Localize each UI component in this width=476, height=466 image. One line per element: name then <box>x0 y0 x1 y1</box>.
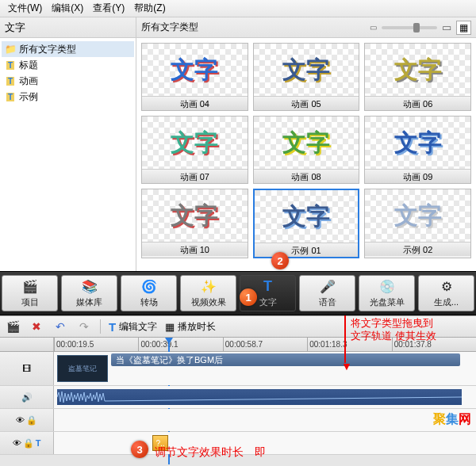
arrow-head-icon: ▼ <box>341 360 352 372</box>
zoom-in-icon[interactable]: ▭ <box>442 21 451 33</box>
separator <box>100 319 101 334</box>
duration-button[interactable]: ▦ 播放时长 <box>165 320 216 334</box>
preset-thumb[interactable]: 文字动画 09 <box>364 116 471 184</box>
zoom-out-icon[interactable]: ▭ <box>370 23 377 32</box>
zoom-control: ▭ ▭ ▦ <box>370 21 471 35</box>
hint-line-2: 文字轨道 使其生效 <box>351 330 436 342</box>
preset-thumb[interactable]: 文字动画 05 <box>253 43 360 111</box>
tool-项目[interactable]: 🎬项目 <box>2 275 58 311</box>
text-type-icon: T <box>5 75 16 86</box>
main-toolbar: 🎬项目📚媒体库🌀转场✨视频效果T文字🎤语音💿光盘菜单⚙生成... <box>0 271 476 315</box>
tool-生成...[interactable]: ⚙生成... <box>418 275 474 311</box>
tree-item-3[interactable]: T示例 <box>2 89 134 105</box>
duration-label: 播放时长 <box>178 320 216 334</box>
menu-view[interactable]: 查看(Y) <box>90 2 128 15</box>
tool-媒体库[interactable]: 📚媒体库 <box>61 275 117 311</box>
video-track: 🎞 盗墓笔记 当《盗墓笔记》换了BGM后 <box>0 352 476 386</box>
video-track-head: 🎞 <box>0 352 54 385</box>
preset-label: 示例 02 <box>365 242 470 256</box>
tool-label: 语音 <box>319 296 336 308</box>
tool-label: 文字 <box>259 296 277 308</box>
undo-icon[interactable]: ↶ <box>52 319 68 334</box>
lock-icon[interactable]: 🔒 <box>26 415 37 426</box>
watermark-char-2: 集 <box>446 412 459 426</box>
zoom-slider[interactable] <box>382 26 437 29</box>
tool-icon: 📚 <box>82 279 98 295</box>
tool-icon: 🎬 <box>22 279 38 295</box>
text-type-icon: T <box>5 91 16 102</box>
preset-panel: 所有文字类型 ▭ ▭ ▦ 文字动画 04文字动画 05文字动画 06文字动画 0… <box>136 17 476 271</box>
preset-preview: 文字 <box>365 44 470 96</box>
preset-thumb[interactable]: 文字动画 08 <box>253 116 360 184</box>
category-panel-title: 文字 <box>0 17 136 38</box>
film-icon: 🎞 <box>22 364 31 373</box>
ruler-tick: 00:00:19.5 <box>54 338 138 351</box>
preset-preview: 文字 <box>254 116 359 169</box>
edit-text-label: 编辑文字 <box>119 320 157 334</box>
tool-label: 视频效果 <box>191 296 226 308</box>
tool-label: 转场 <box>140 296 158 308</box>
overlay-track-body[interactable] <box>54 409 476 431</box>
preset-grid: 文字动画 04文字动画 05文字动画 06文字动画 07文字动画 08文字动画 … <box>141 43 471 258</box>
callout-badge-2: 2 <box>271 252 289 269</box>
tree-item-label: 所有文字类型 <box>19 43 76 56</box>
video-clip-thumb[interactable]: 盗墓笔记 <box>57 355 108 382</box>
tool-视频效果[interactable]: ✨视频效果 <box>180 275 236 311</box>
tool-icon: 🌀 <box>141 279 157 295</box>
tree-item-0[interactable]: 📁所有文字类型 <box>2 41 134 57</box>
preset-preview: 文字 <box>142 44 248 96</box>
preset-label: 动画 05 <box>254 96 359 110</box>
tool-icon: T <box>260 279 276 295</box>
view-mode-icon[interactable]: ▦ <box>456 21 471 35</box>
video-track-body[interactable]: 盗墓笔记 当《盗墓笔记》换了BGM后 <box>54 352 476 385</box>
menu-help[interactable]: 帮助(Z) <box>131 2 168 15</box>
tool-语音[interactable]: 🎤语音 <box>299 275 355 311</box>
ruler-tick: 00:00:58.7 <box>223 338 307 351</box>
preset-label: 动画 07 <box>142 169 248 183</box>
preset-thumb[interactable]: 文字示例 02 <box>364 189 471 258</box>
preset-preview: 文字 <box>142 189 248 242</box>
tree-item-1[interactable]: T标题 <box>2 57 134 73</box>
overlay-track-head: 👁 🔒 <box>0 409 54 431</box>
preset-label: 动画 10 <box>142 242 248 256</box>
preset-panel-header: 所有文字类型 ▭ ▭ ▦ <box>136 17 476 38</box>
tool-label: 生成... <box>434 296 459 308</box>
preset-thumb[interactable]: 文字动画 10 <box>141 189 248 258</box>
category-panel: 文字 📁所有文字类型T标题T动画T示例 <box>0 17 136 271</box>
preset-thumb[interactable]: 文字示例 01 <box>253 189 360 258</box>
tool-光盘菜单[interactable]: 💿光盘菜单 <box>359 275 415 311</box>
preset-thumb[interactable]: 文字动画 04 <box>141 43 248 111</box>
hint-drag-text: 将文字类型拖曳到 文字轨道 使其生效 <box>351 317 436 342</box>
watermark-char-3: 网 <box>459 412 471 426</box>
redo-icon[interactable]: ↷ <box>76 319 92 334</box>
tree-item-label: 标题 <box>19 59 38 72</box>
delete-icon[interactable]: ✖ <box>29 319 44 334</box>
eye-icon[interactable]: 👁 <box>13 438 21 448</box>
tool-label: 项目 <box>21 296 39 308</box>
preset-label: 动画 09 <box>365 169 470 183</box>
audio-track-body[interactable] <box>54 386 476 408</box>
category-tree: 📁所有文字类型T标题T动画T示例 <box>0 38 136 108</box>
clapper-icon[interactable]: 🎬 <box>5 319 21 334</box>
menubar: 文件(W) 编辑(X) 查看(Y) 帮助(Z) <box>0 0 476 17</box>
preset-grid-scroll[interactable]: 文字动画 04文字动画 05文字动画 06文字动画 07文字动画 08文字动画 … <box>136 38 476 271</box>
lock-icon[interactable]: 🔒 <box>23 438 34 449</box>
callout-badge-3: 3 <box>131 441 148 458</box>
overlay-track: 👁 🔒 <box>0 409 476 432</box>
preset-thumb[interactable]: 文字动画 06 <box>364 43 471 111</box>
eye-icon[interactable]: 👁 <box>16 415 25 425</box>
ruler-gutter <box>0 338 54 351</box>
playhead[interactable] <box>165 338 173 352</box>
audio-waveform[interactable] <box>57 389 462 405</box>
video-clip-title[interactable]: 当《盗墓笔记》换了BGM后 <box>111 353 460 366</box>
menu-file[interactable]: 文件(W) <box>5 2 45 15</box>
tree-item-2[interactable]: T动画 <box>2 73 134 89</box>
preset-thumb[interactable]: 文字动画 07 <box>141 116 248 184</box>
edit-text-button[interactable]: T 编辑文字 <box>109 320 157 334</box>
tool-转场[interactable]: 🌀转场 <box>121 275 177 311</box>
menu-edit[interactable]: 编辑(X) <box>48 2 86 15</box>
preset-panel-title: 所有文字类型 <box>141 21 198 34</box>
tree-item-label: 示例 <box>19 90 38 104</box>
text-icon: T <box>109 320 116 334</box>
preset-preview: 文字 <box>365 116 470 169</box>
